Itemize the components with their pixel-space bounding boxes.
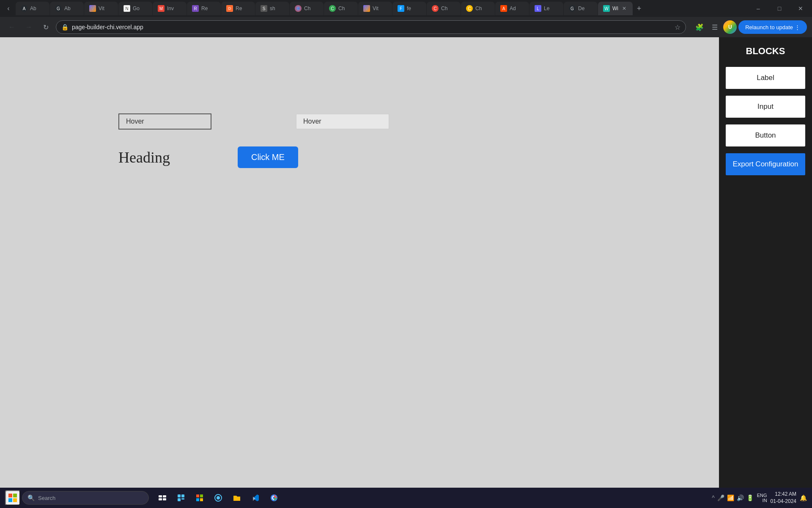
tab-label-github2: De [578,6,584,11]
locale-region: IN [763,498,767,503]
blocks-title: BLOCKS [726,46,805,57]
close-button[interactable]: ✕ [791,2,810,15]
mic-icon[interactable]: 🎤 [717,494,724,501]
tab-favicon-github: G [55,5,62,12]
tab-label-ch1: Ch [304,6,310,11]
svg-rect-0 [8,494,12,497]
hover-input-1[interactable] [118,113,211,130]
tab-ch4[interactable]: C Ch [461,2,495,15]
microsoft-store-button[interactable] [191,489,208,506]
avatar-button[interactable]: U [723,20,737,34]
new-tab-button[interactable]: + [633,3,645,14]
tab-dash[interactable]: D Re [221,2,255,15]
maximize-button[interactable]: □ [770,2,789,15]
vscode-button[interactable] [247,489,264,506]
tab-gmail[interactable]: M Inv [153,2,187,15]
system-clock[interactable]: 12:42 AM 01-04-2024 [771,491,796,505]
button-block-button[interactable]: Button [726,124,805,146]
tab-favicon-fe: F [398,5,404,12]
tab-ch2[interactable]: C Ch [324,2,358,15]
tab-vit2[interactable]: V Vit [358,2,392,15]
tab-label-ch4: Ch [475,6,482,11]
tab-favicon-ch1: C [295,5,302,12]
tab-fe[interactable]: F fe [392,2,426,15]
volume-icon[interactable]: 🔊 [737,494,744,501]
file-explorer-button[interactable] [228,489,245,506]
svg-rect-12 [196,494,199,497]
locale-lang: ENG [757,493,767,498]
tab-ch3[interactable]: C Ch [427,2,461,15]
back-button[interactable]: ← [5,20,19,34]
address-input[interactable] [72,24,671,30]
click-me-button[interactable]: Click ME [238,146,298,168]
system-tray: ^ 🎤 📶 🔊 🔋 [712,494,754,501]
tab-label-le: Le [544,6,549,11]
svg-rect-8 [178,494,181,497]
taskbar-icons [154,489,283,506]
address-bar: ← → ↻ 🔒 ☆ 🧩 ☰ U Relaunch to update ⋮ [0,17,812,37]
hover-input-2[interactable] [296,114,389,129]
tab-bar: ‹ A Ab G Ab V Vit N Go M Inv R Re D Re [0,0,812,17]
tab-label-notion: Go [133,6,140,11]
tab-favicon-ch4: C [466,5,473,12]
tab-label-redux: Re [201,6,208,11]
tab-close-windicss[interactable]: ✕ [621,5,628,12]
tab-github2[interactable]: G De [564,2,598,15]
tray-chevron[interactable]: ^ [712,494,715,501]
tab-favicon-ch3: C [432,5,439,12]
bookmark-icon[interactable]: ☆ [675,23,680,31]
svg-rect-3 [13,498,17,502]
tab-redux[interactable]: R Re [187,2,221,15]
svg-rect-7 [163,498,166,500]
clock-time: 12:42 AM [771,491,796,498]
svg-point-17 [217,496,220,500]
sidebar-toggle-button[interactable]: ☰ [708,20,721,34]
label-block-button[interactable]: Label [726,67,805,89]
widgets-button[interactable] [173,489,189,506]
tab-windicss[interactable]: W Wi ✕ [598,2,633,15]
input-row [118,113,414,130]
relaunch-button[interactable]: Relaunch to update ⋮ [738,20,807,34]
forward-button[interactable]: → [22,20,36,34]
heading: Heading [118,149,170,166]
tab-favicon-notion: N [123,5,130,12]
tab-label-github: Ab [64,6,71,11]
tab-ab1[interactable]: A Ab [16,2,49,15]
tab-label-ad: Ad [510,6,516,11]
export-configuration-button[interactable]: Export Configuration [726,153,805,175]
search-text: Search [38,495,55,501]
battery-icon[interactable]: 🔋 [746,494,754,501]
extensions-button[interactable]: 🧩 [693,20,706,34]
tab-le[interactable]: L Le [529,2,563,15]
start-button[interactable] [5,490,20,505]
tab-label-windicss: Wi [612,6,618,11]
svg-rect-13 [200,494,203,497]
canvas-content: Heading Click ME [118,113,414,168]
svg-rect-1 [13,494,17,497]
tab-github[interactable]: G Ab [50,2,84,15]
relaunch-label: Relaunch to update [745,24,793,30]
minimize-button[interactable]: – [749,2,768,15]
address-input-wrap[interactable]: 🔒 ☆ [56,20,686,34]
tab-vite[interactable]: V Vit [84,2,118,15]
notification-bell-icon[interactable]: 🔔 [800,494,807,501]
taskbar-right: ^ 🎤 📶 🔊 🔋 ENG IN 12:42 AM 01-04-2024 🔔 [712,491,807,505]
reload-button[interactable]: ↻ [39,20,52,34]
svg-rect-10 [178,498,181,501]
wifi-icon[interactable]: 📶 [727,494,734,501]
tab-notion[interactable]: N Go [118,2,152,15]
toolbar-right: 🧩 ☰ U Relaunch to update ⋮ [693,20,807,34]
tab-ad[interactable]: A Ad [495,2,529,15]
svg-rect-6 [159,498,162,500]
copilot-button[interactable] [210,489,227,506]
taskbar-search[interactable]: 🔍 Search [22,491,149,505]
taskview-button[interactable] [154,489,171,506]
input-block-button[interactable]: Input [726,96,805,118]
tab-favicon-vite: V [89,5,96,12]
tab-favicon-dash: D [226,5,233,12]
chrome-taskbar-button[interactable] [266,489,283,506]
tab-label-sh: sh [270,6,275,11]
tab-ch1[interactable]: C Ch [290,2,324,15]
tab-history-button[interactable]: ‹ [2,2,15,15]
tab-sh[interactable]: S sh [255,2,289,15]
